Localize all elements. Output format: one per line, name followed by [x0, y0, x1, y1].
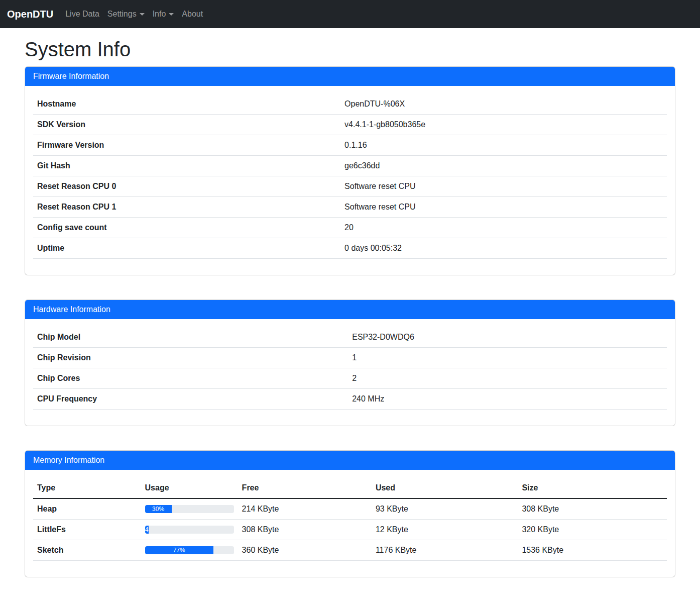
table-row: Chip Cores 2	[33, 368, 667, 389]
memory-card-body: Type Usage Free Used Size Heap 30%	[25, 470, 675, 577]
usage-progress-track: 30%	[145, 505, 234, 513]
memory-size: 320 KByte	[518, 520, 667, 540]
row-label: CPU Frequency	[33, 389, 348, 410]
chevron-down-icon	[140, 13, 145, 16]
memory-information-card: Memory Information Type Usage Free Used …	[25, 450, 675, 577]
row-value: v4.4.1-1-gb8050b365e	[340, 115, 667, 135]
memory-usage-cell: 30%	[141, 498, 238, 520]
row-label: Chip Cores	[33, 368, 348, 389]
nav-item-live-data[interactable]: Live Data	[61, 6, 103, 23]
page-title: System Info	[25, 37, 675, 61]
table-row: Reset Reason CPU 1 Software reset CPU	[33, 197, 667, 218]
memory-usage-cell: 77%	[141, 540, 238, 561]
row-value: Software reset CPU	[340, 176, 667, 197]
navbar-nav: Live Data Settings Info About	[61, 6, 207, 23]
memory-used: 93 KByte	[372, 498, 518, 520]
memory-type: Heap	[33, 498, 141, 520]
memory-type: Sketch	[33, 540, 141, 561]
row-value: OpenDTU-%06X	[340, 94, 667, 115]
memory-free: 308 KByte	[238, 520, 372, 540]
row-label: Hostname	[33, 94, 340, 115]
row-label: Git Hash	[33, 156, 340, 176]
table-row: Firmware Version 0.1.16	[33, 135, 667, 156]
memory-used: 1176 KByte	[372, 540, 518, 561]
nav-item-about[interactable]: About	[178, 6, 207, 23]
table-row: Uptime 0 days 00:05:32	[33, 238, 667, 259]
column-header-size: Size	[518, 478, 667, 498]
usage-progress-bar: 30%	[145, 505, 172, 513]
column-header-free: Free	[238, 478, 372, 498]
memory-size: 1536 KByte	[518, 540, 667, 561]
hardware-information-card: Hardware Information Chip Model ESP32-D0…	[25, 299, 675, 426]
row-label: Config save count	[33, 218, 340, 238]
usage-progress-track: 77%	[145, 546, 234, 554]
memory-card-header: Memory Information	[25, 451, 675, 470]
table-row: LittleFs 4 308 KByte 12 KByte 320 KByte	[33, 520, 667, 540]
memory-free: 360 KByte	[238, 540, 372, 561]
hardware-table: Chip Model ESP32-D0WDQ6 Chip Revision 1 …	[33, 327, 667, 410]
memory-used: 12 KByte	[372, 520, 518, 540]
chevron-down-icon	[169, 13, 174, 16]
table-row: Chip Model ESP32-D0WDQ6	[33, 327, 667, 348]
row-value: 20	[340, 218, 667, 238]
row-value: ge6c36dd	[340, 156, 667, 176]
table-row: Git Hash ge6c36dd	[33, 156, 667, 176]
brand-link[interactable]: OpenDTU	[7, 9, 53, 20]
row-label: Uptime	[33, 238, 340, 259]
memory-table-header-row: Type Usage Free Used Size	[33, 478, 667, 498]
row-value: 1	[348, 348, 667, 368]
row-value: 240 MHz	[348, 389, 667, 410]
row-label: Reset Reason CPU 1	[33, 197, 340, 218]
hardware-card-body: Chip Model ESP32-D0WDQ6 Chip Revision 1 …	[25, 319, 675, 426]
row-value: 0 days 00:05:32	[340, 238, 667, 259]
firmware-card-body: Hostname OpenDTU-%06X SDK Version v4.4.1…	[25, 86, 675, 275]
hardware-card-header: Hardware Information	[25, 300, 675, 319]
table-row: SDK Version v4.4.1-1-gb8050b365e	[33, 115, 667, 135]
nav-item-info[interactable]: Info	[149, 6, 178, 23]
main-content: System Info Firmware Information Hostnam…	[19, 37, 681, 577]
column-header-usage: Usage	[141, 478, 238, 498]
nav-item-settings-label: Settings	[107, 10, 137, 18]
row-label: Chip Model	[33, 327, 348, 348]
usage-progress-bar: 77%	[145, 546, 213, 554]
row-label: SDK Version	[33, 115, 340, 135]
row-label: Chip Revision	[33, 348, 348, 368]
row-value: Software reset CPU	[340, 197, 667, 218]
row-value: ESP32-D0WDQ6	[348, 327, 667, 348]
memory-size: 308 KByte	[518, 498, 667, 520]
navbar: OpenDTU Live Data Settings Info About	[0, 0, 700, 28]
firmware-table: Hostname OpenDTU-%06X SDK Version v4.4.1…	[33, 94, 667, 259]
row-label: Reset Reason CPU 0	[33, 176, 340, 197]
row-label: Firmware Version	[33, 135, 340, 156]
table-row: CPU Frequency 240 MHz	[33, 389, 667, 410]
table-row: Sketch 77% 360 KByte 1176 KByte 1536 KBy…	[33, 540, 667, 561]
memory-table: Type Usage Free Used Size Heap 30%	[33, 478, 667, 561]
firmware-card-header: Firmware Information	[25, 67, 675, 86]
usage-progress-bar: 4	[145, 526, 149, 534]
firmware-information-card: Firmware Information Hostname OpenDTU-%0…	[25, 66, 675, 275]
usage-progress-track: 4	[145, 526, 234, 534]
memory-usage-cell: 4	[141, 520, 238, 540]
table-row: Reset Reason CPU 0 Software reset CPU	[33, 176, 667, 197]
table-row: Heap 30% 214 KByte 93 KByte 308 KByte	[33, 498, 667, 520]
column-header-used: Used	[372, 478, 518, 498]
table-row: Config save count 20	[33, 218, 667, 238]
table-row: Hostname OpenDTU-%06X	[33, 94, 667, 115]
table-row: Chip Revision 1	[33, 348, 667, 368]
nav-item-settings[interactable]: Settings	[103, 6, 149, 23]
column-header-type: Type	[33, 478, 141, 498]
memory-type: LittleFs	[33, 520, 141, 540]
nav-item-info-label: Info	[153, 10, 166, 18]
row-value: 0.1.16	[340, 135, 667, 156]
memory-free: 214 KByte	[238, 498, 372, 520]
row-value: 2	[348, 368, 667, 389]
